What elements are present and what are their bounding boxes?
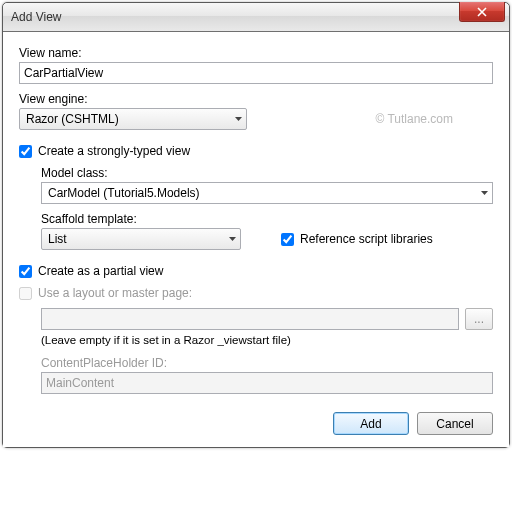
layout-hint: (Leave empty if it is set in a Razor _vi… — [41, 334, 493, 346]
chevron-down-icon — [235, 117, 242, 121]
content-placeholder-label: ContentPlaceHolder ID: — [41, 356, 493, 370]
window-title: Add View — [11, 10, 61, 24]
reference-scripts-row: Reference script libraries — [281, 232, 433, 246]
view-engine-value: Razor (CSHTML) — [26, 112, 119, 126]
browse-button: ... — [465, 308, 493, 330]
layout-path-input — [41, 308, 459, 330]
titlebar: Add View — [3, 3, 509, 32]
model-class-label: Model class: — [41, 166, 493, 180]
content-placeholder-input — [41, 372, 493, 394]
model-class-value: CarModel (Tutorial5.Models) — [48, 186, 200, 200]
view-engine-label: View engine: — [19, 92, 493, 106]
strongly-typed-row: Create a strongly-typed view — [19, 144, 493, 158]
view-name-input[interactable] — [19, 62, 493, 84]
scaffold-combo[interactable]: List — [41, 228, 241, 250]
partial-view-label: Create as a partial view — [38, 264, 163, 278]
use-layout-row: Use a layout or master page: — [19, 286, 493, 300]
view-name-label: View name: — [19, 46, 493, 60]
scaffold-value: List — [48, 232, 67, 246]
partial-view-row: Create as a partial view — [19, 264, 493, 278]
use-layout-checkbox — [19, 287, 32, 300]
button-bar: Add Cancel — [19, 412, 493, 435]
strongly-typed-label: Create a strongly-typed view — [38, 144, 190, 158]
view-engine-combo[interactable]: Razor (CSHTML) — [19, 108, 247, 130]
reference-scripts-checkbox[interactable] — [281, 233, 294, 246]
chevron-down-icon — [229, 237, 236, 241]
add-button[interactable]: Add — [333, 412, 409, 435]
close-icon — [477, 7, 487, 17]
cancel-button[interactable]: Cancel — [417, 412, 493, 435]
reference-scripts-label: Reference script libraries — [300, 232, 433, 246]
model-class-combo[interactable]: CarModel (Tutorial5.Models) — [41, 182, 493, 204]
close-button[interactable] — [459, 2, 505, 22]
dialog-content: View name: View engine: Razor (CSHTML) ©… — [3, 32, 509, 447]
watermark-text: © Tutlane.com — [375, 112, 453, 126]
scaffold-label: Scaffold template: — [41, 212, 493, 226]
chevron-down-icon — [481, 191, 488, 195]
dialog-window: Add View View name: View engine: Razor (… — [2, 2, 510, 448]
partial-view-checkbox[interactable] — [19, 265, 32, 278]
strongly-typed-checkbox[interactable] — [19, 145, 32, 158]
use-layout-label: Use a layout or master page: — [38, 286, 192, 300]
